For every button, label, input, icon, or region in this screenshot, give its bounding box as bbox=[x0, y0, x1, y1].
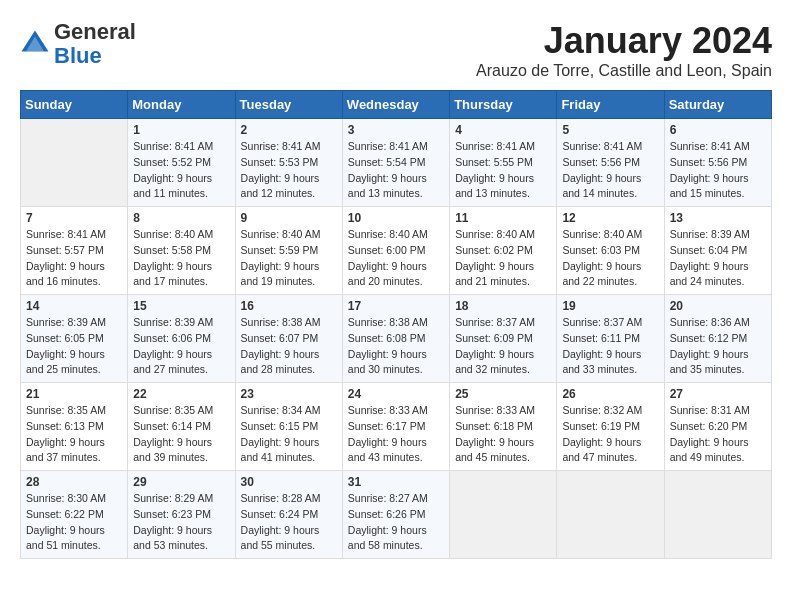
day-of-week-header: Tuesday bbox=[235, 91, 342, 119]
logo: General Blue bbox=[20, 20, 136, 68]
day-info: Sunrise: 8:30 AMSunset: 6:22 PMDaylight:… bbox=[26, 491, 122, 554]
day-number: 30 bbox=[241, 475, 337, 489]
day-number: 16 bbox=[241, 299, 337, 313]
day-info: Sunrise: 8:40 AMSunset: 6:03 PMDaylight:… bbox=[562, 227, 658, 290]
calendar-cell: 3Sunrise: 8:41 AMSunset: 5:54 PMDaylight… bbox=[342, 119, 449, 207]
calendar-cell: 16Sunrise: 8:38 AMSunset: 6:07 PMDayligh… bbox=[235, 295, 342, 383]
calendar-cell: 28Sunrise: 8:30 AMSunset: 6:22 PMDayligh… bbox=[21, 471, 128, 559]
day-info: Sunrise: 8:31 AMSunset: 6:20 PMDaylight:… bbox=[670, 403, 766, 466]
day-number: 20 bbox=[670, 299, 766, 313]
day-number: 13 bbox=[670, 211, 766, 225]
calendar-cell: 9Sunrise: 8:40 AMSunset: 5:59 PMDaylight… bbox=[235, 207, 342, 295]
calendar-cell: 29Sunrise: 8:29 AMSunset: 6:23 PMDayligh… bbox=[128, 471, 235, 559]
day-info: Sunrise: 8:40 AMSunset: 5:59 PMDaylight:… bbox=[241, 227, 337, 290]
day-number: 12 bbox=[562, 211, 658, 225]
calendar-cell: 4Sunrise: 8:41 AMSunset: 5:55 PMDaylight… bbox=[450, 119, 557, 207]
calendar-week-row: 1Sunrise: 8:41 AMSunset: 5:52 PMDaylight… bbox=[21, 119, 772, 207]
calendar-week-row: 7Sunrise: 8:41 AMSunset: 5:57 PMDaylight… bbox=[21, 207, 772, 295]
day-of-week-header: Monday bbox=[128, 91, 235, 119]
calendar-cell bbox=[21, 119, 128, 207]
calendar-header: SundayMondayTuesdayWednesdayThursdayFrid… bbox=[21, 91, 772, 119]
day-number: 23 bbox=[241, 387, 337, 401]
day-info: Sunrise: 8:39 AMSunset: 6:06 PMDaylight:… bbox=[133, 315, 229, 378]
day-number: 7 bbox=[26, 211, 122, 225]
day-number: 19 bbox=[562, 299, 658, 313]
day-number: 28 bbox=[26, 475, 122, 489]
day-number: 10 bbox=[348, 211, 444, 225]
calendar-cell: 22Sunrise: 8:35 AMSunset: 6:14 PMDayligh… bbox=[128, 383, 235, 471]
calendar-cell: 18Sunrise: 8:37 AMSunset: 6:09 PMDayligh… bbox=[450, 295, 557, 383]
day-number: 6 bbox=[670, 123, 766, 137]
day-number: 4 bbox=[455, 123, 551, 137]
calendar-cell: 8Sunrise: 8:40 AMSunset: 5:58 PMDaylight… bbox=[128, 207, 235, 295]
calendar-cell: 19Sunrise: 8:37 AMSunset: 6:11 PMDayligh… bbox=[557, 295, 664, 383]
day-number: 1 bbox=[133, 123, 229, 137]
calendar-cell bbox=[450, 471, 557, 559]
day-of-week-header: Saturday bbox=[664, 91, 771, 119]
day-number: 21 bbox=[26, 387, 122, 401]
day-number: 8 bbox=[133, 211, 229, 225]
calendar-cell: 31Sunrise: 8:27 AMSunset: 6:26 PMDayligh… bbox=[342, 471, 449, 559]
calendar-cell: 21Sunrise: 8:35 AMSunset: 6:13 PMDayligh… bbox=[21, 383, 128, 471]
logo-text: General Blue bbox=[54, 20, 136, 68]
calendar-cell: 7Sunrise: 8:41 AMSunset: 5:57 PMDaylight… bbox=[21, 207, 128, 295]
day-number: 15 bbox=[133, 299, 229, 313]
day-number: 26 bbox=[562, 387, 658, 401]
day-info: Sunrise: 8:33 AMSunset: 6:18 PMDaylight:… bbox=[455, 403, 551, 466]
day-of-week-header: Wednesday bbox=[342, 91, 449, 119]
calendar-week-row: 21Sunrise: 8:35 AMSunset: 6:13 PMDayligh… bbox=[21, 383, 772, 471]
calendar-cell: 11Sunrise: 8:40 AMSunset: 6:02 PMDayligh… bbox=[450, 207, 557, 295]
calendar-week-row: 28Sunrise: 8:30 AMSunset: 6:22 PMDayligh… bbox=[21, 471, 772, 559]
day-info: Sunrise: 8:39 AMSunset: 6:05 PMDaylight:… bbox=[26, 315, 122, 378]
calendar-cell: 30Sunrise: 8:28 AMSunset: 6:24 PMDayligh… bbox=[235, 471, 342, 559]
calendar-cell: 6Sunrise: 8:41 AMSunset: 5:56 PMDaylight… bbox=[664, 119, 771, 207]
day-info: Sunrise: 8:41 AMSunset: 5:57 PMDaylight:… bbox=[26, 227, 122, 290]
day-number: 22 bbox=[133, 387, 229, 401]
day-number: 31 bbox=[348, 475, 444, 489]
day-info: Sunrise: 8:41 AMSunset: 5:56 PMDaylight:… bbox=[562, 139, 658, 202]
month-title: January 2024 bbox=[476, 20, 772, 62]
calendar-cell: 5Sunrise: 8:41 AMSunset: 5:56 PMDaylight… bbox=[557, 119, 664, 207]
calendar-cell: 12Sunrise: 8:40 AMSunset: 6:03 PMDayligh… bbox=[557, 207, 664, 295]
day-number: 5 bbox=[562, 123, 658, 137]
calendar-cell: 2Sunrise: 8:41 AMSunset: 5:53 PMDaylight… bbox=[235, 119, 342, 207]
day-info: Sunrise: 8:33 AMSunset: 6:17 PMDaylight:… bbox=[348, 403, 444, 466]
calendar-cell: 17Sunrise: 8:38 AMSunset: 6:08 PMDayligh… bbox=[342, 295, 449, 383]
day-info: Sunrise: 8:40 AMSunset: 6:00 PMDaylight:… bbox=[348, 227, 444, 290]
day-of-week-header: Friday bbox=[557, 91, 664, 119]
day-info: Sunrise: 8:34 AMSunset: 6:15 PMDaylight:… bbox=[241, 403, 337, 466]
calendar-body: 1Sunrise: 8:41 AMSunset: 5:52 PMDaylight… bbox=[21, 119, 772, 559]
day-info: Sunrise: 8:35 AMSunset: 6:13 PMDaylight:… bbox=[26, 403, 122, 466]
day-number: 2 bbox=[241, 123, 337, 137]
day-number: 9 bbox=[241, 211, 337, 225]
day-of-week-header: Thursday bbox=[450, 91, 557, 119]
calendar-cell: 23Sunrise: 8:34 AMSunset: 6:15 PMDayligh… bbox=[235, 383, 342, 471]
day-number: 25 bbox=[455, 387, 551, 401]
day-info: Sunrise: 8:37 AMSunset: 6:09 PMDaylight:… bbox=[455, 315, 551, 378]
day-info: Sunrise: 8:28 AMSunset: 6:24 PMDaylight:… bbox=[241, 491, 337, 554]
day-number: 17 bbox=[348, 299, 444, 313]
logo-icon bbox=[20, 29, 50, 59]
header: General Blue January 2024 Arauzo de Torr… bbox=[20, 20, 772, 80]
calendar-cell: 27Sunrise: 8:31 AMSunset: 6:20 PMDayligh… bbox=[664, 383, 771, 471]
calendar-cell: 10Sunrise: 8:40 AMSunset: 6:00 PMDayligh… bbox=[342, 207, 449, 295]
calendar-cell: 13Sunrise: 8:39 AMSunset: 6:04 PMDayligh… bbox=[664, 207, 771, 295]
day-info: Sunrise: 8:39 AMSunset: 6:04 PMDaylight:… bbox=[670, 227, 766, 290]
location-title: Arauzo de Torre, Castille and Leon, Spai… bbox=[476, 62, 772, 80]
day-info: Sunrise: 8:32 AMSunset: 6:19 PMDaylight:… bbox=[562, 403, 658, 466]
day-number: 11 bbox=[455, 211, 551, 225]
calendar-cell bbox=[557, 471, 664, 559]
day-info: Sunrise: 8:29 AMSunset: 6:23 PMDaylight:… bbox=[133, 491, 229, 554]
day-info: Sunrise: 8:40 AMSunset: 6:02 PMDaylight:… bbox=[455, 227, 551, 290]
day-info: Sunrise: 8:41 AMSunset: 5:52 PMDaylight:… bbox=[133, 139, 229, 202]
day-number: 29 bbox=[133, 475, 229, 489]
day-info: Sunrise: 8:41 AMSunset: 5:53 PMDaylight:… bbox=[241, 139, 337, 202]
calendar-week-row: 14Sunrise: 8:39 AMSunset: 6:05 PMDayligh… bbox=[21, 295, 772, 383]
day-info: Sunrise: 8:37 AMSunset: 6:11 PMDaylight:… bbox=[562, 315, 658, 378]
calendar-cell: 24Sunrise: 8:33 AMSunset: 6:17 PMDayligh… bbox=[342, 383, 449, 471]
day-number: 3 bbox=[348, 123, 444, 137]
day-info: Sunrise: 8:41 AMSunset: 5:55 PMDaylight:… bbox=[455, 139, 551, 202]
calendar-cell bbox=[664, 471, 771, 559]
calendar-cell: 1Sunrise: 8:41 AMSunset: 5:52 PMDaylight… bbox=[128, 119, 235, 207]
title-area: January 2024 Arauzo de Torre, Castille a… bbox=[476, 20, 772, 80]
